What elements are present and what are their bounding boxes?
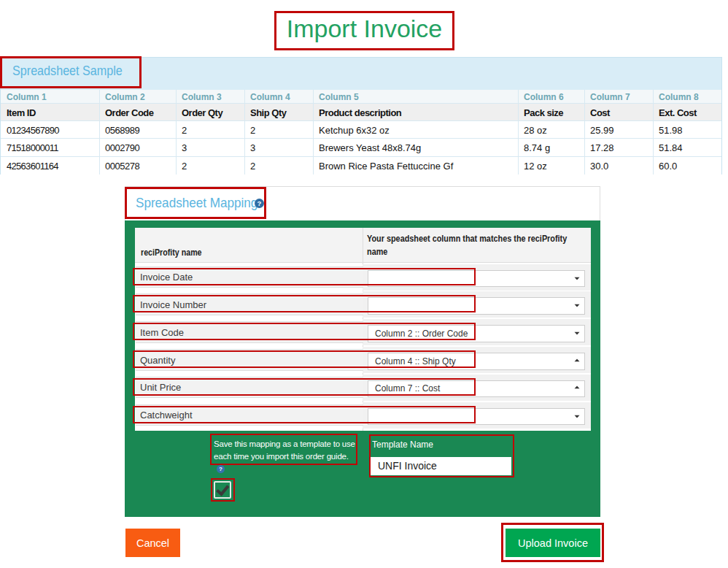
svg-text:?: ? [219,466,222,472]
